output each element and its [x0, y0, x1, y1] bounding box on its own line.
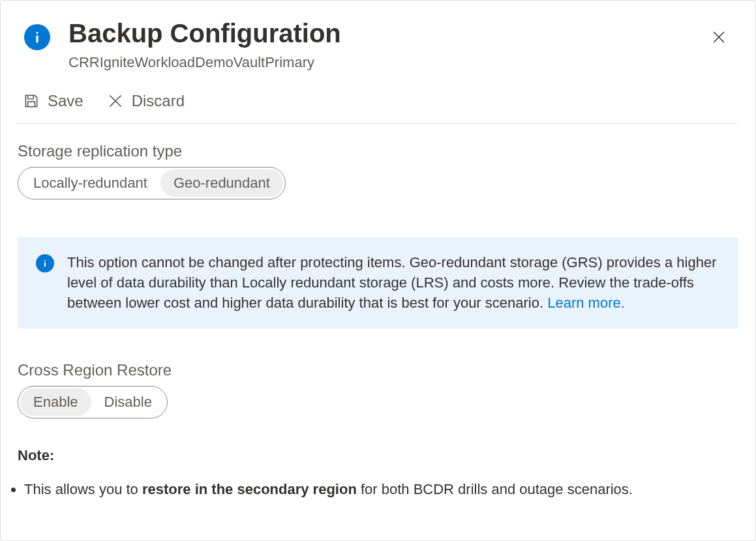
crr-label: Cross Region Restore	[18, 361, 738, 379]
replication-type-label: Storage replication type	[18, 142, 738, 160]
replication-option-local[interactable]: Locally-redundant	[20, 169, 160, 197]
save-button[interactable]: Save	[18, 89, 89, 113]
page-subtitle: CRRIgniteWorkloadDemoVaultPrimary	[68, 54, 706, 71]
info-banner-text: This option cannot be changed after prot…	[67, 253, 720, 313]
learn-more-link[interactable]: Learn more.	[547, 295, 625, 311]
replication-type-segmented: Locally-redundant Geo-redundant	[18, 167, 286, 199]
replication-option-geo[interactable]: Geo-redundant	[160, 169, 283, 197]
note-list: This allows you to restore in the second…	[16, 480, 738, 500]
note-item: This allows you to restore in the second…	[24, 480, 738, 500]
info-icon	[36, 254, 54, 272]
discard-label: Discard	[132, 92, 185, 110]
info-icon	[24, 24, 50, 50]
crr-segmented: Enable Disable	[18, 386, 168, 418]
crr-option-enable[interactable]: Enable	[20, 388, 91, 416]
discard-icon	[107, 93, 124, 110]
save-icon	[23, 93, 40, 110]
note-label: Note:	[18, 447, 738, 464]
discard-button[interactable]: Discard	[102, 89, 190, 113]
close-button[interactable]	[706, 24, 732, 50]
info-banner: This option cannot be changed after prot…	[18, 237, 738, 329]
save-label: Save	[48, 92, 83, 110]
page-title: Backup Configuration	[68, 19, 706, 48]
close-icon	[711, 29, 727, 45]
crr-option-disable[interactable]: Disable	[91, 388, 165, 416]
